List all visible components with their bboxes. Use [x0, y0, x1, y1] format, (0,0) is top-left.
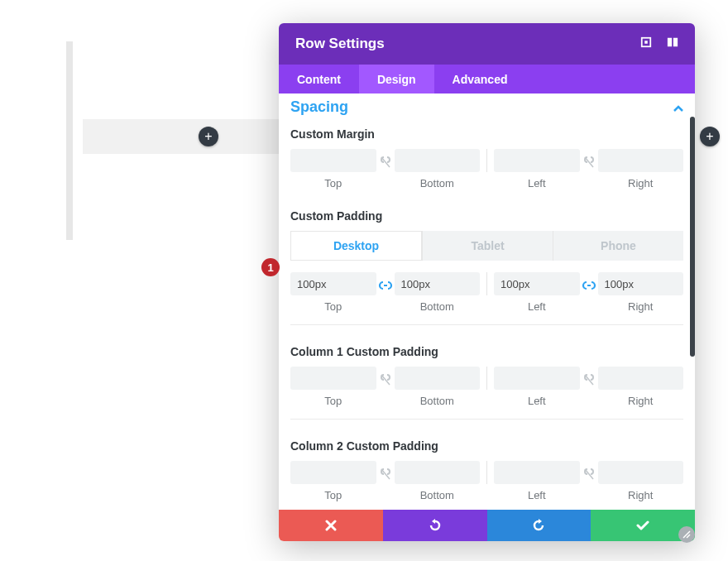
svg-rect-3 [673, 38, 678, 47]
col1-padding-label: Column 1 Custom Padding [290, 345, 683, 358]
label-top: Top [324, 177, 342, 189]
label-bottom: Bottom [420, 489, 454, 501]
snap-icon[interactable] [667, 36, 678, 51]
label-right: Right [628, 300, 653, 313]
canvas-divider [66, 41, 73, 240]
link-icon-col2-tb[interactable] [376, 468, 395, 495]
col2-padding-block: Column 2 Custom Padding Top Bottom Left [290, 439, 683, 510]
tab-content[interactable]: Content [279, 65, 359, 94]
col2-top-input[interactable] [290, 461, 376, 484]
cancel-button[interactable] [279, 510, 383, 541]
expand-icon[interactable] [640, 36, 652, 51]
padding-top-input[interactable] [290, 272, 376, 295]
modal-footer [279, 510, 695, 541]
col1-right-input[interactable] [598, 367, 684, 390]
col1-top-input[interactable] [290, 367, 376, 390]
col2-inputs-row: Top Bottom Left [290, 461, 683, 501]
label-top: Top [324, 395, 342, 407]
label-left: Left [528, 300, 546, 313]
vertical-divider [486, 367, 487, 390]
link-icon-margin-tb[interactable] [376, 156, 395, 183]
svg-rect-1 [644, 41, 648, 44]
modal-header: Row Settings [279, 23, 695, 65]
label-bottom: Bottom [420, 300, 454, 313]
vertical-divider [486, 461, 487, 484]
label-right: Right [628, 177, 653, 189]
label-right: Right [628, 489, 653, 501]
modal-title: Row Settings [295, 36, 385, 52]
redo-icon [532, 519, 545, 532]
col2-left-input[interactable] [494, 461, 580, 484]
custom-padding-label: Custom Padding [290, 209, 683, 223]
col1-bottom-input[interactable] [395, 367, 481, 390]
vertical-divider [486, 272, 487, 295]
padding-left-input[interactable] [494, 272, 580, 295]
label-left: Left [528, 395, 546, 407]
device-tab-tablet[interactable]: Tablet [422, 231, 553, 261]
custom-margin-block: Custom Margin Top Bottom Left [290, 127, 683, 201]
col2-padding-label: Column 2 Custom Padding [290, 439, 683, 453]
link-icon-col1-tb[interactable] [376, 374, 395, 400]
margin-bottom-input[interactable] [395, 149, 481, 172]
close-icon [325, 520, 337, 531]
link-icon-padding-tb[interactable] [376, 280, 395, 305]
scrollbar-thumb[interactable] [690, 117, 695, 357]
link-icon-col1-lr[interactable] [580, 374, 598, 400]
undo-button[interactable] [383, 510, 487, 541]
add-module-button-right[interactable]: + [700, 127, 720, 146]
vertical-divider [486, 149, 487, 172]
device-tab-phone[interactable]: Phone [553, 231, 683, 261]
link-icon-margin-lr[interactable] [580, 156, 598, 183]
svg-rect-2 [668, 38, 672, 47]
add-module-button-left[interactable]: + [199, 127, 218, 146]
col2-right-input[interactable] [598, 461, 684, 484]
device-tabs: Desktop Tablet Phone [290, 231, 683, 261]
check-icon [636, 520, 649, 530]
padding-inputs-row: Top Bottom Left [290, 272, 683, 313]
margin-top-input[interactable] [290, 149, 376, 172]
header-controls [640, 36, 678, 51]
padding-bottom-input[interactable] [395, 272, 481, 295]
custom-margin-label: Custom Margin [290, 127, 683, 141]
modal-body: Spacing Custom Margin Top Bottom [279, 94, 695, 510]
label-top: Top [324, 300, 342, 313]
modal-tabs: Content Design Advanced [279, 65, 695, 94]
annotation-marker-1: 1 [261, 258, 280, 276]
section-header-spacing[interactable]: Spacing [290, 94, 683, 119]
redo-button[interactable] [487, 510, 592, 541]
tab-design[interactable]: Design [359, 65, 434, 94]
device-tab-desktop[interactable]: Desktop [290, 231, 422, 261]
margin-left-input[interactable] [494, 149, 580, 172]
label-bottom: Bottom [420, 395, 454, 407]
row-settings-modal: Row Settings Content Design Advanced Spa… [279, 23, 695, 541]
separator [290, 324, 683, 325]
tab-advanced[interactable]: Advanced [434, 65, 526, 94]
label-left: Left [528, 489, 546, 501]
label-left: Left [528, 177, 546, 189]
chevron-up-icon [673, 101, 683, 114]
label-top: Top [324, 489, 342, 501]
col1-padding-block: Column 1 Custom Padding Top Bottom Left [290, 345, 683, 431]
margin-inputs-row: Top Bottom Left [290, 149, 683, 189]
col1-left-input[interactable] [494, 367, 580, 390]
padding-right-input[interactable] [598, 272, 684, 295]
label-bottom: Bottom [420, 177, 454, 189]
label-right: Right [628, 395, 653, 407]
margin-right-input[interactable] [598, 149, 684, 172]
link-icon-padding-lr[interactable] [580, 280, 598, 305]
resize-handle[interactable] [678, 526, 695, 543]
undo-icon [429, 519, 442, 532]
col1-inputs-row: Top Bottom Left [290, 367, 683, 407]
col2-bottom-input[interactable] [395, 461, 481, 484]
section-title-text: Spacing [290, 98, 348, 116]
separator [290, 419, 683, 420]
custom-padding-block: Custom Padding Desktop Tablet Phone Top … [290, 209, 683, 337]
link-icon-col2-lr[interactable] [580, 468, 598, 495]
